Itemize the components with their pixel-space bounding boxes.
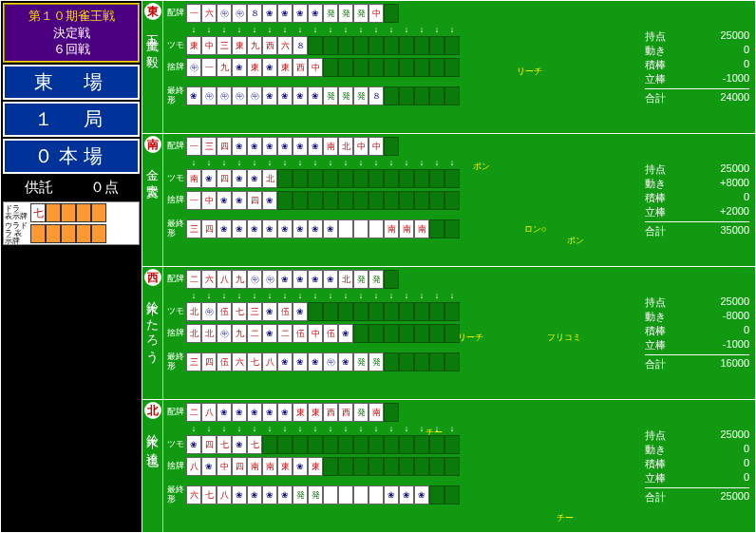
- tile-slot: [444, 219, 460, 238]
- riichi-value: -1000: [708, 72, 749, 86]
- tile-slot: [429, 302, 444, 321]
- tile-slot: [369, 169, 384, 188]
- mahjong-tile: ❀: [277, 86, 293, 105]
- call-annotation: リーチ: [517, 66, 542, 78]
- mahjong-tile: 八: [217, 270, 232, 289]
- mahjong-tile: 発: [353, 403, 369, 422]
- mahjong-tile: 南: [323, 137, 338, 156]
- mahjong-tile: ❀: [232, 169, 247, 188]
- mahjong-tile: 北: [262, 169, 277, 188]
- mahjong-tile: 二: [186, 270, 201, 289]
- tile-slot: [429, 191, 444, 210]
- final-label: 最終形: [167, 86, 186, 105]
- ugoki-label: 動き: [645, 310, 666, 324]
- mahjong-tile: ㊥: [217, 86, 232, 105]
- mahjong-tile: ❀: [277, 4, 293, 23]
- ji-value: 25000: [708, 428, 749, 443]
- seat-wind: 北: [144, 402, 161, 419]
- mahjong-tile: ❀: [277, 137, 293, 156]
- mahjong-tile: ❀: [232, 191, 247, 210]
- ugoki-label: 動き: [645, 443, 666, 457]
- mahjong-tile: ❀: [247, 169, 262, 188]
- goukei-value: 25000: [708, 490, 749, 504]
- tile-slot: [444, 485, 460, 504]
- mahjong-tile: ❀: [232, 435, 247, 454]
- mahjong-tile: 三: [217, 36, 232, 55]
- honba-indicator: ０本場: [3, 139, 140, 174]
- ugoki-label: 動き: [645, 177, 666, 191]
- tile-slot: [353, 191, 369, 210]
- ji-label: 持点: [645, 295, 666, 310]
- mahjong-tile: ❀: [308, 86, 323, 105]
- tile-slot: [429, 86, 444, 105]
- mahjong-tile: 中: [353, 137, 369, 156]
- tile-slot: [353, 169, 369, 188]
- mahjong-tile: 南: [399, 219, 414, 238]
- tile-slot: [338, 435, 353, 454]
- tile-slot: [323, 36, 338, 55]
- mahjong-tile: ㊥: [186, 58, 201, 77]
- tile-slot: [384, 352, 399, 371]
- mahjong-tile: 発: [353, 270, 369, 289]
- mahjong-tile: ❀: [247, 219, 262, 238]
- mahjong-tile: 一: [186, 191, 201, 210]
- mahjong-tile: 四: [201, 219, 217, 238]
- tile-slot: [369, 191, 384, 210]
- tsumi-label: 積棒: [645, 457, 666, 471]
- haipai-label: 配牌: [167, 9, 186, 18]
- tile-slot: [414, 457, 429, 476]
- mahjong-tile: 八: [217, 485, 232, 504]
- tile-slot: [323, 435, 338, 454]
- mahjong-tile: ❀: [277, 403, 293, 422]
- mahjong-tile: 一: [201, 58, 217, 77]
- sutehai-label: 捨牌: [167, 462, 186, 471]
- mahjong-tile: 南: [414, 219, 429, 238]
- mahjong-tile: ❀: [232, 219, 247, 238]
- tile-slot: [444, 58, 460, 77]
- mahjong-tile: ❀: [293, 457, 308, 476]
- mahjong-tile: ❀: [262, 191, 277, 210]
- tile-slot: [384, 137, 399, 156]
- kyoku-indicator: １ 局: [3, 102, 140, 137]
- tile-slot: [369, 457, 384, 476]
- seat-column: 西 鈴木 たろう: [142, 267, 163, 399]
- tile-slot: [384, 4, 399, 23]
- mahjong-tile: ❀: [323, 219, 338, 238]
- dora-label: ドラ 表示牌: [4, 204, 30, 221]
- ugoki-value: -8000: [708, 310, 749, 324]
- mahjong-tile-blank: [369, 485, 384, 504]
- tile-slot: [414, 302, 429, 321]
- final-label: 最終形: [167, 485, 186, 504]
- goukei-label: 合計: [645, 490, 666, 504]
- riichi-label: 立棒: [645, 471, 666, 485]
- mahjong-tile: ❀: [293, 219, 308, 238]
- mahjong-tile: 四: [201, 435, 217, 454]
- tile-slot: [414, 324, 429, 343]
- tile-slot: [429, 324, 444, 343]
- mahjong-tile: ❀: [277, 270, 293, 289]
- mahjong-tile: 発: [369, 270, 384, 289]
- mahjong-tile: ㊥: [247, 270, 262, 289]
- tile-slot: [399, 36, 414, 55]
- tile-slot: [399, 435, 414, 454]
- tile-slot: [384, 191, 399, 210]
- tile-slot: [338, 169, 353, 188]
- mahjong-tile-blank: [353, 485, 369, 504]
- mahjong-tile: ❀: [308, 270, 323, 289]
- tile-slot: [353, 58, 369, 77]
- tile-slot: [414, 86, 429, 105]
- mahjong-tile: ８: [247, 4, 262, 23]
- haipai-label: 配牌: [167, 275, 186, 284]
- players-area: 東 五十嵐 毅 リーチ 配牌一六㊥㊥８❀❀❀❀発発発中 ↓↓↓↓↓↓↓↓↓↓↓↓…: [142, 1, 755, 532]
- goukei-value: 35000: [708, 224, 749, 238]
- mahjong-tile: 南: [262, 457, 277, 476]
- player-row: 西 鈴木 たろう リーチフリコミ 配牌二六八九㊥㊥❀❀❀❀北発発 ↓↓↓↓↓↓↓…: [142, 267, 755, 400]
- mahjong-tile: 中: [201, 36, 217, 55]
- mahjong-tile: 中: [201, 191, 217, 210]
- ji-value: 25000: [708, 295, 749, 310]
- mahjong-tile: 北: [338, 270, 353, 289]
- mahjong-tile: 七: [247, 352, 262, 371]
- tile-slot: [384, 302, 399, 321]
- mahjong-tile: 九: [232, 324, 247, 343]
- mahjong-tile: ❀: [323, 270, 338, 289]
